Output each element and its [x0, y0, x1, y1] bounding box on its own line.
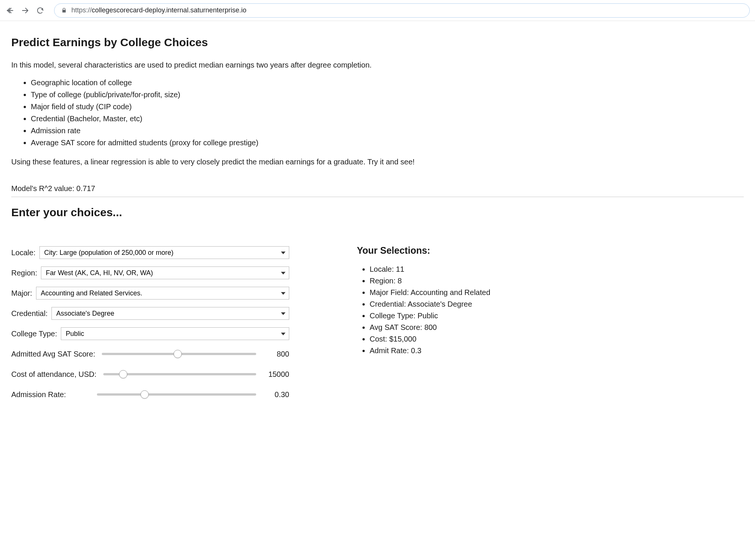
form-columns: Locale: City: Large (population of 250,0…: [11, 245, 744, 407]
list-item: Major field of study (CIP code): [31, 101, 744, 113]
region-select[interactable]: Far West (AK, CA, HI, NV, OR, WA): [41, 266, 289, 279]
credential-label: Credential:: [11, 309, 48, 318]
region-label: Region:: [11, 269, 37, 277]
college-type-select[interactable]: Public: [61, 327, 289, 340]
list-item: Major Field: Accounting and Related: [370, 287, 744, 298]
admit-row: Admission Rate: 0.30: [11, 387, 289, 402]
admit-slider[interactable]: [97, 391, 256, 398]
major-select-wrap: Accounting and Related Services.: [36, 287, 289, 300]
list-item: Cost: $15,000: [370, 333, 744, 345]
page-content: Predict Earnings by College Choices In t…: [0, 21, 755, 418]
major-label: Major:: [11, 289, 32, 298]
major-row: Major: Accounting and Related Services.: [11, 286, 289, 301]
sat-slider[interactable]: [102, 350, 256, 358]
selections-panel: Your Selections: Locale: 11 Region: 8 Ma…: [357, 245, 744, 357]
college-type-row: College Type: Public: [11, 326, 289, 341]
list-item: Locale: 11: [370, 263, 744, 275]
sat-value: 800: [263, 350, 289, 358]
admit-track: [97, 393, 256, 396]
intro-text: In this model, several characteristics a…: [11, 60, 744, 70]
reload-icon: [36, 6, 44, 15]
cost-thumb[interactable]: [119, 370, 127, 378]
locale-row: Locale: City: Large (population of 250,0…: [11, 245, 289, 260]
address-bar[interactable]: https://collegescorecard-deploy.internal…: [54, 3, 750, 18]
list-item: Type of college (public/private/for-prof…: [31, 89, 744, 101]
cost-row: Cost of attendance, USD: 15000: [11, 367, 289, 382]
selections-title: Your Selections:: [357, 245, 744, 256]
major-select[interactable]: Accounting and Related Services.: [36, 287, 289, 300]
list-item: Geographic location of college: [31, 77, 744, 89]
outro-text: Using these features, a linear regressio…: [11, 158, 744, 166]
credential-select-wrap: Associate's Degree: [51, 307, 289, 320]
list-item: Avg SAT Score: 800: [370, 322, 744, 333]
page-title: Predict Earnings by College Choices: [11, 36, 744, 49]
cost-label: Cost of attendance, USD:: [11, 370, 97, 379]
list-item: Credential (Bachelor, Master, etc): [31, 113, 744, 125]
region-select-wrap: Far West (AK, CA, HI, NV, OR, WA): [41, 266, 289, 279]
college-type-label: College Type:: [11, 330, 57, 338]
cost-value: 15000: [263, 370, 289, 379]
credential-row: Credential: Associate's Degree: [11, 306, 289, 321]
arrow-right-icon: [21, 6, 29, 15]
admit-label: Admission Rate:: [11, 390, 90, 399]
locale-select[interactable]: City: Large (population of 250,000 or mo…: [39, 246, 290, 259]
list-item: Region: 8: [370, 275, 744, 287]
admit-value: 0.30: [263, 390, 289, 399]
forward-button[interactable]: [20, 6, 30, 15]
reload-button[interactable]: [35, 6, 45, 15]
region-row: Region: Far West (AK, CA, HI, NV, OR, WA…: [11, 265, 289, 280]
locale-label: Locale:: [11, 248, 36, 257]
browser-toolbar: https://collegescorecard-deploy.internal…: [0, 0, 755, 21]
credential-select[interactable]: Associate's Degree: [51, 307, 289, 320]
divider: [11, 197, 744, 197]
college-type-select-wrap: Public: [61, 327, 289, 340]
sat-label: Admitted Avg SAT Score:: [11, 350, 95, 358]
list-item: Admit Rate: 0.3: [370, 345, 744, 357]
r2-value: Model's R^2 value: 0.717: [11, 184, 744, 193]
list-item: Credential: Associate's Degree: [370, 298, 744, 310]
selections-list: Locale: 11 Region: 8 Major Field: Accoun…: [370, 263, 744, 357]
form-panel: Locale: City: Large (population of 250,0…: [11, 245, 289, 407]
admit-thumb[interactable]: [140, 390, 149, 399]
list-item: College Type: Public: [370, 310, 744, 322]
lock-icon: [61, 8, 67, 13]
cost-slider[interactable]: [103, 370, 256, 378]
locale-select-wrap: City: Large (population of 250,000 or mo…: [39, 246, 290, 259]
sat-row: Admitted Avg SAT Score: 800: [11, 346, 289, 361]
section-title: Enter your choices...: [11, 206, 744, 219]
list-item: Average SAT score for admitted students …: [31, 137, 744, 149]
arrow-left-icon: [6, 6, 14, 15]
sat-thumb[interactable]: [174, 350, 182, 358]
url-text: https://collegescorecard-deploy.internal…: [71, 6, 246, 14]
back-button[interactable]: [5, 6, 15, 15]
feature-list: Geographic location of college Type of c…: [31, 77, 744, 149]
list-item: Admission rate: [31, 125, 744, 137]
